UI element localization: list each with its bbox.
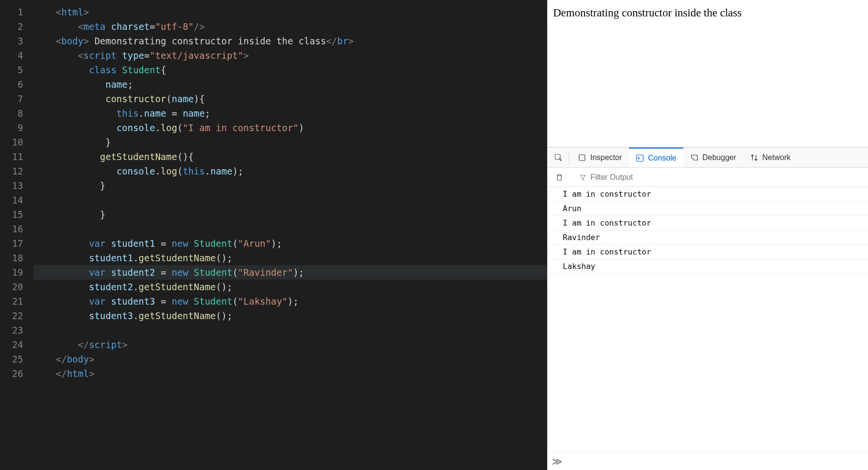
console-message: I am in constructor [547,187,868,201]
tab-console[interactable]: Console [629,148,683,167]
console-icon [636,154,644,162]
line-number: 4 [0,48,23,63]
devtools-tabbar: Inspector Console Debugger Network [547,148,868,168]
code-area[interactable]: <html> <meta charset="utf-8"/> <body> De… [34,5,547,470]
code-line[interactable]: <html> [34,5,547,19]
line-number: 11 [0,149,23,164]
element-picker-icon[interactable] [550,149,567,166]
code-line[interactable] [34,222,547,236]
line-number: 24 [0,337,23,352]
code-line[interactable]: } [34,207,547,222]
line-number-gutter: 1234567891011121314151617181920212223242… [0,5,34,470]
line-number: 13 [0,178,23,193]
line-number: 17 [0,236,23,251]
code-line[interactable]: var student3 = new Student("Lakshay"); [34,294,547,309]
line-number: 5 [0,63,23,77]
network-icon [750,153,759,162]
console-message: I am in constructor [547,245,868,259]
page-text: Demonstrating constructor inside the cla… [553,7,742,19]
line-number: 8 [0,106,23,121]
line-number: 19 [0,265,23,280]
tab-inspector[interactable]: Inspector [571,148,629,167]
line-number: 12 [0,164,23,178]
line-number: 26 [0,366,23,381]
console-message: Ravinder [547,230,868,245]
console-message: Arun [547,201,868,216]
inspector-icon [578,153,586,162]
filter-icon [579,174,586,181]
console-output[interactable]: I am in constructorArunI am in construct… [547,187,868,452]
console-prompt-icon: ≫ [552,456,562,467]
code-line[interactable]: constructor(name){ [34,92,547,106]
svg-rect-1 [579,155,585,161]
code-line[interactable]: var student1 = new Student("Arun"); [34,236,547,251]
code-line[interactable]: student3.getStudentName(); [34,309,547,323]
code-line[interactable] [34,323,547,337]
tab-console-label: Console [648,154,677,162]
line-number: 23 [0,323,23,337]
console-message: Lakshay [547,259,868,274]
code-line[interactable]: class Student{ [34,63,547,77]
code-line[interactable]: </html> [34,366,547,381]
line-number: 20 [0,280,23,294]
console-message: I am in constructor [547,216,868,230]
line-number: 3 [0,34,23,48]
code-line[interactable]: this.name = name; [34,106,547,121]
line-number: 16 [0,222,23,236]
console-input-row[interactable]: ≫ [547,452,868,470]
code-line[interactable]: <meta charset="utf-8"/> [34,19,547,34]
code-line[interactable]: getStudentName(){ [34,149,547,164]
line-number: 2 [0,19,23,34]
line-number: 1 [0,5,23,19]
code-line[interactable]: <body> Demonstrating constructor inside … [34,34,547,48]
devtools-panel: Inspector Console Debugger Network [547,147,868,470]
line-number: 18 [0,251,23,265]
code-line[interactable]: </body> [34,352,547,366]
browser-panel: Demonstrating constructor inside the cla… [547,0,868,470]
clear-console-icon[interactable] [551,169,568,186]
code-line[interactable]: name; [34,77,547,92]
tab-debugger[interactable]: Debugger [683,148,743,167]
line-number: 7 [0,92,23,106]
code-line[interactable]: } [34,178,547,193]
line-number: 21 [0,294,23,309]
console-toolbar [547,168,868,187]
rendered-page: Demonstrating constructor inside the cla… [547,0,868,147]
filter-output-input[interactable] [590,173,864,182]
line-number: 10 [0,135,23,149]
code-line[interactable]: var student2 = new Student("Ravinder"); [34,265,547,280]
code-line[interactable]: } [34,135,547,149]
code-line[interactable]: console.log("I am in constructor") [34,121,547,135]
code-line[interactable]: student2.getStudentName(); [34,280,547,294]
line-number: 15 [0,207,23,222]
code-line[interactable] [34,193,547,207]
tab-network[interactable]: Network [743,148,798,167]
code-line[interactable]: student1.getStudentName(); [34,251,547,265]
tab-debugger-label: Debugger [703,153,736,162]
line-number: 9 [0,121,23,135]
line-number: 25 [0,352,23,366]
debugger-icon [690,153,699,162]
code-editor[interactable]: 1234567891011121314151617181920212223242… [0,0,547,470]
code-line[interactable]: </script> [34,337,547,352]
line-number: 6 [0,77,23,92]
tab-network-label: Network [762,153,791,162]
code-line[interactable]: <script type="text/javascript"> [34,48,547,63]
line-number: 22 [0,309,23,323]
code-line[interactable]: console.log(this.name); [34,164,547,178]
tab-inspector-label: Inspector [590,153,622,162]
line-number: 14 [0,193,23,207]
